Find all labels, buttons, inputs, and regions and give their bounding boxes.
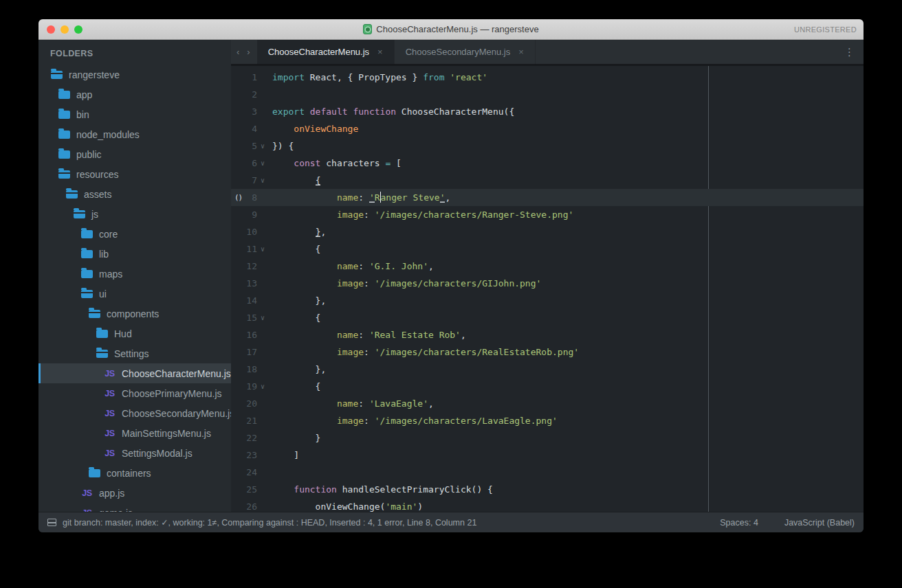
token: }, [272, 295, 326, 306]
fold-gutter-space [257, 292, 272, 309]
code-line-21[interactable]: 21 image: '/images/characters/LavaEagle.… [231, 412, 864, 429]
line-text: { [272, 172, 320, 189]
sidebar-file-choosesecondarymenu-js[interactable]: JSChooseSecondaryMenu.js [38, 403, 231, 423]
code-line-1[interactable]: 1import React, { PropTypes } from 'react… [231, 69, 864, 86]
syntax-setting[interactable]: JavaScript (Babel) [784, 518, 855, 528]
sidebar-folder-containers[interactable]: containers [38, 463, 231, 483]
line-text: image: '/images/characters/LavaEagle.png… [272, 412, 558, 429]
code-line-14[interactable]: 14 }, [231, 292, 864, 309]
sidebar-folder-core[interactable]: core [38, 224, 231, 244]
sidebar-folder-rangersteve[interactable]: rangersteve [38, 65, 231, 84]
tab-back-icon[interactable]: ‹ [236, 47, 239, 57]
fold-chevron-icon[interactable]: ∨ [257, 240, 272, 258]
code-line-6[interactable]: 6∨ const characters = [ [231, 155, 864, 172]
sidebar-file-choosecharactermenu-js[interactable]: JSChooseCharacterMenu.js [38, 363, 231, 383]
code-line-25[interactable]: 25 function handleSelectPrimaryClick() { [231, 481, 864, 498]
code-line-12[interactable]: 12 name: 'G.I. John', [231, 258, 864, 275]
code-line-8[interactable]: ()8 name: 'Ranger Steve', [231, 189, 864, 206]
sidebar-folder-settings[interactable]: Settings [38, 343, 231, 363]
tab-choosesecondarymenu-js[interactable]: ChooseSecondaryMenu.js× [395, 40, 536, 64]
token: ) [417, 501, 423, 512]
sidebar-folder-app[interactable]: app [38, 84, 231, 104]
code-line-15[interactable]: 15∨ { [231, 309, 864, 326]
zoom-button[interactable] [74, 25, 82, 34]
code-line-23[interactable]: 23 ] [231, 446, 864, 464]
code-line-20[interactable]: 20 name: 'LavaEagle', [231, 395, 864, 412]
status-right: Spaces: 4 JavaScript (Babel) [720, 518, 855, 528]
code-line-5[interactable]: 5∨}) { [231, 137, 864, 155]
sidebar-folder-lib[interactable]: lib [38, 244, 231, 264]
sidebar-folder-js[interactable]: js [38, 204, 231, 224]
sidebar-folder-maps[interactable]: maps [38, 264, 231, 284]
sidebar-folder-bin[interactable]: bin [38, 104, 231, 124]
code-line-17[interactable]: 17 image: '/images/characters/RealEstate… [231, 343, 864, 361]
close-button[interactable] [47, 25, 55, 34]
fold-gutter-space [257, 395, 272, 412]
tab-choosecharactermenu-js[interactable]: ChooseCharacterMenu.js× [257, 40, 395, 64]
tabbar: ‹ › ChooseCharacterMenu.js×ChooseSeconda… [231, 40, 864, 66]
token: function [294, 484, 337, 495]
code-line-4[interactable]: 4 onViewChange [231, 120, 864, 137]
sidebar-file-game-js[interactable]: JSgame.js [38, 503, 231, 512]
code-line-24[interactable]: 24 [231, 464, 864, 481]
minimize-button[interactable] [60, 25, 69, 34]
line-number: 6 [231, 155, 257, 172]
fold-gutter-space [257, 464, 272, 481]
code-area[interactable]: 1import React, { PropTypes } from 'react… [231, 66, 864, 512]
line-text: export default function ChooseCharacterM… [272, 103, 514, 120]
tab-close-icon[interactable]: × [377, 47, 383, 57]
tab-close-icon[interactable]: × [518, 47, 524, 57]
sidebar-folder-assets[interactable]: assets [38, 184, 231, 204]
fold-chevron-icon[interactable]: ∨ [257, 137, 272, 155]
code-line-18[interactable]: 18 }, [231, 361, 864, 378]
code-line-19[interactable]: 19∨ { [231, 378, 864, 395]
code-line-11[interactable]: 11∨ { [231, 240, 864, 258]
token: image [337, 347, 364, 357]
main-split: FOLDERS rangersteveappbinnode_modulespub… [38, 40, 864, 512]
code-line-3[interactable]: 3export default function ChooseCharacter… [231, 103, 864, 120]
folder-icon [58, 91, 70, 99]
fold-chevron-icon[interactable]: ∨ [257, 378, 272, 395]
token [272, 278, 337, 289]
panel-toggle-icon[interactable] [47, 519, 56, 526]
code-line-7[interactable]: 7∨ { [231, 172, 864, 189]
fold-chevron-icon[interactable]: ∨ [257, 172, 272, 189]
token [272, 330, 337, 340]
token: name [337, 330, 358, 340]
code-line-26[interactable]: 26 onViewChange('main') [231, 498, 864, 512]
sidebar-folder-ui[interactable]: ui [38, 284, 231, 304]
fold-chevron-icon[interactable]: ∨ [257, 309, 272, 326]
file-type-icon [363, 24, 372, 34]
overflow-menu-icon[interactable]: ⋮ [835, 46, 864, 58]
token: { [316, 175, 321, 185]
code-line-9[interactable]: 9 image: '/images/characters/Ranger-Stev… [231, 206, 864, 223]
sidebar-folder-public[interactable]: public [38, 144, 231, 164]
code-line-22[interactable]: 22 } [231, 429, 864, 446]
tree-item-label: js [91, 209, 98, 220]
sidebar-file-settingsmodal-js[interactable]: JSSettingsModal.js [38, 443, 231, 463]
token: React, { PropTypes } [305, 72, 423, 82]
tree-item-label: app [76, 89, 92, 100]
folder-open-icon [51, 71, 63, 79]
sidebar-folder-hud[interactable]: Hud [38, 324, 231, 343]
tree-item-label: resources [76, 169, 118, 180]
code-line-13[interactable]: 13 image: '/images/characters/GIJohn.png… [231, 275, 864, 292]
line-text: image: '/images/characters/RealEstateRob… [272, 343, 579, 361]
fold-gutter-space [257, 86, 272, 103]
sidebar-file-mainsettingsmenu-js[interactable]: JSMainSettingsMenu.js [38, 423, 231, 443]
code-line-16[interactable]: 16 name: 'Real Estate Rob', [231, 326, 864, 343]
code-line-2[interactable]: 2 [231, 86, 864, 103]
code-line-10[interactable]: 10 }, [231, 223, 864, 240]
sidebar-file-app-js[interactable]: JSapp.js [38, 483, 231, 503]
line-number: 14 [231, 292, 257, 309]
fold-chevron-icon[interactable]: ∨ [257, 155, 272, 172]
sidebar-folder-components[interactable]: components [38, 304, 231, 324]
sidebar-folder-resources[interactable]: resources [38, 164, 231, 184]
sidebar-folder-node-modules[interactable]: node_modules [38, 124, 231, 144]
sidebar-file-chooseprimarymenu-js[interactable]: JSChoosePrimaryMenu.js [38, 383, 231, 403]
indent-setting[interactable]: Spaces: 4 [720, 518, 758, 528]
token: function [353, 106, 396, 117]
tree-item-label: maps [99, 269, 122, 280]
tree-item-label: app.js [99, 488, 124, 499]
tab-forward-icon[interactable]: › [247, 47, 250, 57]
